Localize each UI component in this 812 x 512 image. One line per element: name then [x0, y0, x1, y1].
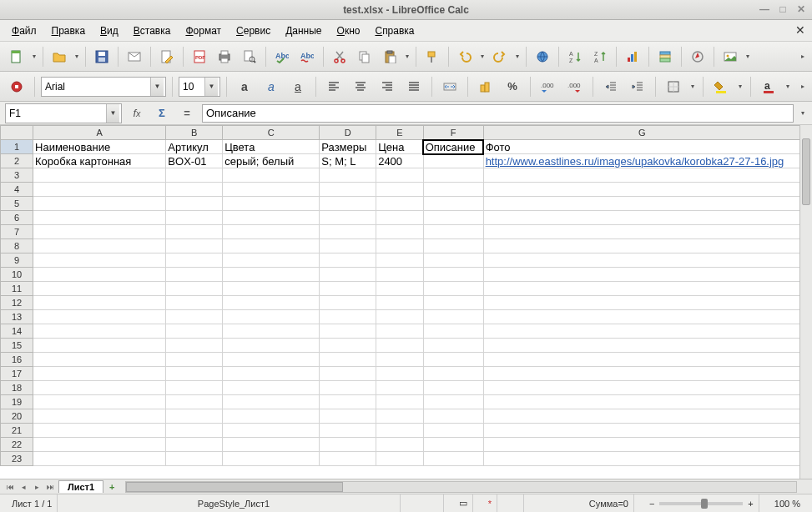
remove-decimal-icon[interactable]: .000	[563, 75, 587, 98]
cell-B20[interactable]	[166, 409, 223, 424]
cell-F21[interactable]	[423, 424, 483, 438]
row-header-3[interactable]: 3	[1, 168, 33, 183]
menu-edit[interactable]: Правка	[45, 23, 93, 39]
align-justify-icon[interactable]	[402, 75, 426, 98]
select-all-corner[interactable]	[1, 126, 33, 140]
cell-D20[interactable]	[320, 409, 376, 424]
cell-D1[interactable]: Размеры	[320, 140, 376, 154]
cell-E12[interactable]	[376, 296, 424, 310]
open-icon[interactable]	[48, 45, 71, 68]
cell-G21[interactable]	[483, 424, 800, 438]
row-header-2[interactable]: 2	[1, 154, 33, 168]
cell-B5[interactable]	[166, 197, 223, 211]
cell-F17[interactable]	[423, 367, 483, 381]
menu-format[interactable]: Формат	[179, 23, 228, 39]
cell-C11[interactable]	[223, 282, 320, 296]
row-header-19[interactable]: 19	[1, 395, 33, 409]
merge-cells-icon[interactable]	[438, 75, 461, 98]
new-dropdown[interactable]: ▾	[30, 53, 38, 60]
cell-D10[interactable]	[320, 268, 376, 282]
cell-B18[interactable]	[166, 381, 223, 395]
formula-expand[interactable]: ▾	[799, 109, 807, 117]
row-header-16[interactable]: 16	[1, 353, 33, 367]
cell-D6[interactable]	[320, 211, 376, 225]
spellcheck-icon[interactable]: Abc	[270, 45, 294, 68]
cell-C1[interactable]: Цвета	[223, 140, 320, 154]
cell-F9[interactable]	[423, 253, 483, 268]
status-sum[interactable]: Сумма=0	[534, 494, 634, 512]
cell-G19[interactable]	[483, 395, 800, 409]
cell-G11[interactable]	[483, 282, 800, 296]
underline-icon[interactable]: a	[286, 75, 310, 98]
font-name-combo[interactable]: Arial▼	[41, 77, 166, 97]
close-icon[interactable]: ✕	[795, 3, 807, 15]
paste-icon[interactable]	[378, 45, 401, 68]
cell-D18[interactable]	[320, 381, 376, 395]
zoom-slider[interactable]	[659, 502, 743, 505]
cell-C8[interactable]	[223, 239, 320, 253]
row-header-8[interactable]: 8	[1, 239, 33, 253]
cell-E20[interactable]	[376, 409, 424, 424]
cell-F13[interactable]	[423, 310, 483, 324]
cell-F6[interactable]	[423, 211, 483, 225]
cell-F4[interactable]	[423, 183, 483, 197]
cell-C2[interactable]: серый; белый	[223, 154, 320, 168]
row-header-1[interactable]: 1	[1, 140, 33, 154]
cell-C18[interactable]	[223, 381, 320, 395]
cell-B13[interactable]	[166, 310, 223, 324]
menu-view[interactable]: Вид	[93, 23, 125, 39]
cell-E19[interactable]	[376, 395, 424, 409]
cell-C19[interactable]	[223, 395, 320, 409]
cell-D9[interactable]	[320, 253, 376, 268]
email-icon[interactable]	[123, 45, 146, 68]
cell-C15[interactable]	[223, 339, 320, 353]
sum-icon[interactable]: Σ	[152, 104, 172, 123]
cut-icon[interactable]	[328, 45, 351, 68]
cell-input[interactable]: Описание	[202, 104, 794, 123]
cell-E6[interactable]	[376, 211, 424, 225]
cell-G20[interactable]	[483, 409, 800, 424]
cell-D11[interactable]	[320, 282, 376, 296]
cell-E8[interactable]	[376, 239, 424, 253]
cell-F16[interactable]	[423, 353, 483, 367]
cell-D8[interactable]	[320, 239, 376, 253]
align-center-icon[interactable]	[349, 75, 372, 98]
gallery-dropdown[interactable]: ▾	[744, 53, 752, 60]
cell-C16[interactable]	[223, 353, 320, 367]
menu-insert[interactable]: Вставка	[127, 23, 178, 39]
function-icon[interactable]: =	[177, 104, 197, 123]
cell-F12[interactable]	[423, 296, 483, 310]
cell-E13[interactable]	[376, 310, 424, 324]
cell-C23[interactable]	[223, 452, 320, 466]
cell-E7[interactable]	[376, 225, 424, 239]
cell-A16[interactable]	[33, 353, 166, 367]
cell-B11[interactable]	[166, 282, 223, 296]
row-header-18[interactable]: 18	[1, 381, 33, 395]
cell-F22[interactable]	[423, 438, 483, 452]
align-right-icon[interactable]	[376, 75, 399, 98]
cell-D13[interactable]	[320, 310, 376, 324]
sort-desc-icon[interactable]: ZA	[588, 45, 612, 68]
cell-B15[interactable]	[166, 339, 223, 353]
cell-G9[interactable]	[483, 253, 800, 268]
cell-G13[interactable]	[483, 310, 800, 324]
cell-F2[interactable]	[423, 154, 483, 168]
tab-next-icon[interactable]: ▸	[30, 483, 43, 491]
cell-C22[interactable]	[223, 438, 320, 452]
cell-B14[interactable]	[166, 324, 223, 339]
cell-G10[interactable]	[483, 268, 800, 282]
cell-F1[interactable]: Описание	[423, 140, 483, 154]
cell-G5[interactable]	[483, 197, 800, 211]
cell-G18[interactable]	[483, 381, 800, 395]
chevron-down-icon[interactable]: ▼	[204, 78, 218, 96]
cell-G17[interactable]	[483, 367, 800, 381]
cell-A8[interactable]	[33, 239, 166, 253]
row-header-11[interactable]: 11	[1, 282, 33, 296]
cell-D16[interactable]	[320, 353, 376, 367]
redo-dropdown[interactable]: ▾	[513, 53, 522, 60]
cell-F14[interactable]	[423, 324, 483, 339]
cell-G1[interactable]: Фото	[483, 140, 800, 154]
cell-E23[interactable]	[376, 452, 424, 466]
cell-B7[interactable]	[166, 225, 223, 239]
cell-D3[interactable]	[320, 168, 376, 183]
